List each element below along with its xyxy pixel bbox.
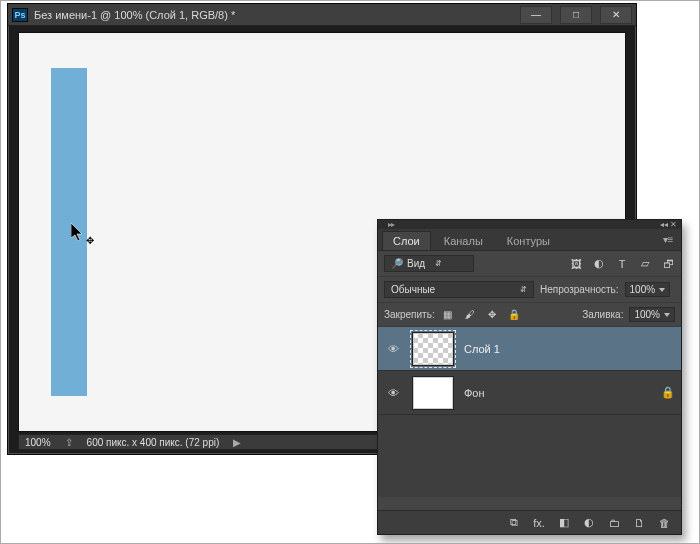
flyout-arrow-icon[interactable]: ▶ [233,437,241,448]
chevron-down-icon [664,313,670,317]
layer-fx-icon[interactable]: fx. [532,516,546,530]
adjustment-layer-icon[interactable]: ◐ [582,516,596,530]
lock-row: Закрепить: ▦ 🖌 ✥ 🔒 Заливка: 100% [378,303,681,327]
layer-thumbnail[interactable] [412,332,454,366]
layer-list-empty-area[interactable] [378,415,681,497]
panel-footer: ⧉ fx. ◧ ◐ 🗀 🗋 🗑 [378,510,681,534]
visibility-toggle[interactable]: 👁 [384,340,402,358]
filter-pixel-icon[interactable]: 🖼 [569,257,583,271]
dropdown-arrows-icon: ⇵ [435,259,442,268]
visibility-toggle[interactable]: 👁 [384,384,402,402]
document-title: Без имени-1 @ 100% (Слой 1, RGB/8) * [34,9,235,21]
add-mask-icon[interactable]: ◧ [557,516,571,530]
chevron-down-icon [659,288,665,292]
lock-transparency-icon[interactable]: ▦ [441,308,455,322]
new-group-icon[interactable]: 🗀 [607,516,621,530]
fill-label: Заливка: [582,309,623,320]
lock-position-icon[interactable]: ✥ [485,308,499,322]
lock-label: Закрепить: [384,309,435,320]
zoom-level[interactable]: 100% [25,437,51,448]
filter-shape-icon[interactable]: ▱ [638,257,652,271]
filter-row: 🔎 Вид ⇵ 🖼 ◐ T ▱ 🗗 [378,251,681,277]
app-logo: Ps [12,8,28,22]
document-dimensions: 600 пикс. x 400 пикс. (72 ppi) [87,437,220,448]
layer-thumbnail[interactable] [412,376,454,410]
opacity-label: Непрозрачность: [540,284,619,295]
collapse-arrows-icon[interactable]: ▸▸ [388,220,394,229]
layers-panel: ▸▸ ◂◂ ✕ Слои Каналы Контуры ▾≡ 🔎 Вид ⇵ 🖼… [377,219,682,535]
new-layer-icon[interactable]: 🗋 [632,516,646,530]
blend-mode-dropdown[interactable]: Обычные ⇵ [384,281,534,298]
delete-layer-icon[interactable]: 🗑 [657,516,671,530]
panel-tabs: Слои Каналы Контуры ▾≡ [378,229,681,251]
dropdown-arrows-icon: ⇵ [520,285,527,294]
maximize-button[interactable]: □ [560,6,592,24]
shape-rectangle[interactable] [51,68,87,396]
fill-field[interactable]: 100% [629,307,675,322]
link-layers-icon[interactable]: ⧉ [507,516,521,530]
layer-name[interactable]: Фон [464,387,485,399]
close-button[interactable]: ✕ [600,6,632,24]
filter-adjust-icon[interactable]: ◐ [592,257,606,271]
search-icon: 🔎 [391,258,403,269]
filter-type-icon[interactable]: T [615,257,629,271]
fill-value: 100% [634,309,660,320]
lock-pixels-icon[interactable]: 🖌 [463,308,477,322]
layer-name[interactable]: Слой 1 [464,343,500,355]
tab-paths[interactable]: Контуры [496,231,561,250]
opacity-field[interactable]: 100% [625,282,671,297]
filter-type-label: Вид [407,258,425,269]
minimize-button[interactable]: — [520,6,552,24]
filter-smart-icon[interactable]: 🗗 [661,257,675,271]
layer-list: 👁 Слой 1 👁 Фон 🔒 [378,327,681,497]
blend-mode-value: Обычные [391,284,435,295]
panel-close-icon[interactable]: ◂◂ ✕ [660,220,677,229]
lock-icon: 🔒 [661,386,675,399]
opacity-value: 100% [630,284,656,295]
lock-all-icon[interactable]: 🔒 [507,308,521,322]
filter-type-dropdown[interactable]: 🔎 Вид ⇵ [384,255,474,272]
document-titlebar: Ps Без имени-1 @ 100% (Слой 1, RGB/8) * … [8,4,636,26]
tab-channels[interactable]: Каналы [433,231,494,250]
layer-row-background[interactable]: 👁 Фон 🔒 [378,371,681,415]
blend-row: Обычные ⇵ Непрозрачность: 100% [378,277,681,303]
share-icon[interactable]: ⇪ [65,437,73,448]
panel-drag-bar[interactable]: ▸▸ ◂◂ ✕ [378,220,681,229]
panel-menu-button[interactable]: ▾≡ [659,234,677,245]
tab-layers[interactable]: Слои [382,231,431,250]
layer-row-1[interactable]: 👁 Слой 1 [378,327,681,371]
